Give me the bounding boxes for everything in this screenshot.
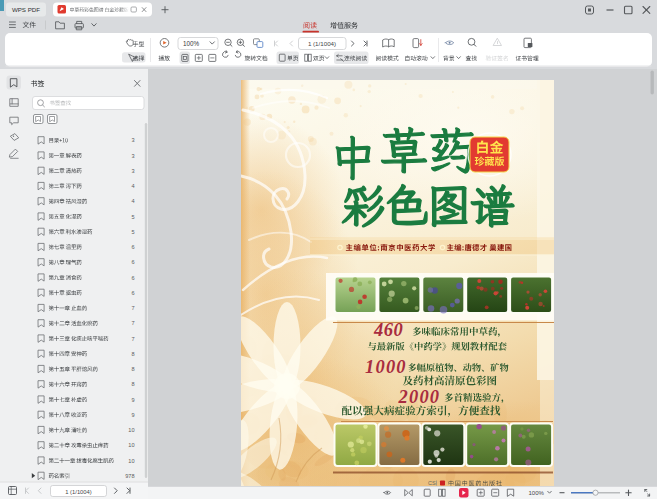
svg-text:4: 4 [131,198,134,204]
svg-text:9: 9 [131,412,134,418]
svg-text:7: 7 [131,305,134,311]
svg-text:6: 6 [131,244,134,250]
svg-text:100%: 100% [529,490,545,496]
svg-text:8: 8 [131,381,134,387]
svg-text:CS: CS [428,480,436,486]
svg-text:460: 460 [373,320,403,340]
svg-text:4: 4 [131,183,134,189]
svg-text:10: 10 [128,442,134,448]
svg-text:WPS PDF: WPS PDF [12,6,40,13]
svg-text:10: 10 [128,427,134,433]
svg-text:5: 5 [131,229,134,235]
svg-text:6: 6 [131,290,134,296]
svg-text:7: 7 [131,336,134,342]
svg-text:3: 3 [131,168,134,174]
svg-text:6: 6 [131,275,134,281]
svg-text:7: 7 [131,320,134,326]
svg-text:100%: 100% [183,40,200,47]
svg-text:9: 9 [131,397,134,403]
svg-text:978: 978 [125,473,134,479]
svg-text:1000: 1000 [365,357,407,377]
svg-text:1 (1/1004): 1 (1/1004) [308,40,336,47]
svg-text:6: 6 [131,259,134,265]
svg-text:8: 8 [131,366,134,372]
svg-text:3: 3 [131,153,134,159]
svg-text:1 (1/1004): 1 (1/1004) [65,489,91,495]
svg-text:8: 8 [131,351,134,357]
svg-text:2000: 2000 [398,387,441,407]
svg-text:3: 3 [131,137,134,143]
svg-text:10: 10 [128,458,134,464]
svg-text:5: 5 [131,214,134,220]
